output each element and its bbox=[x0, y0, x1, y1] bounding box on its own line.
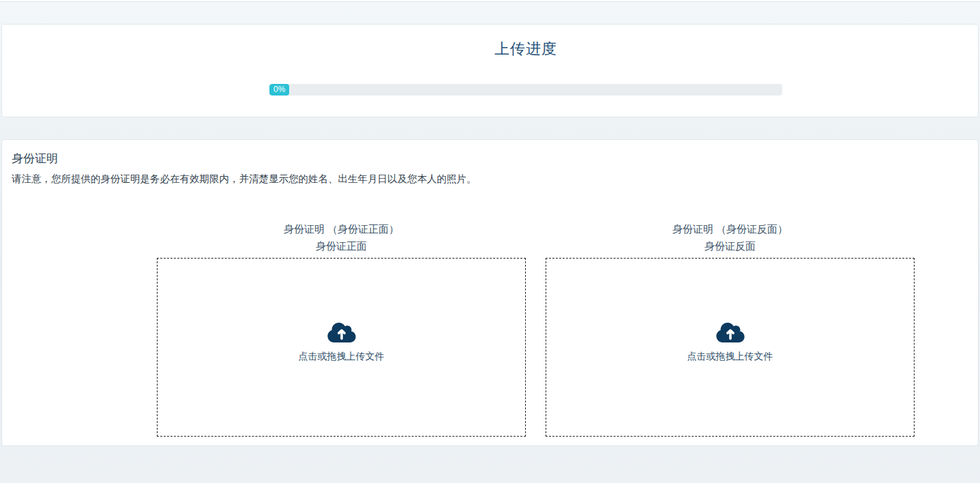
dropzone-hint: 点击或拖拽上传文件 bbox=[687, 351, 773, 363]
dropzone-content: 点击或拖拽上传文件 bbox=[687, 321, 773, 363]
uploader-subtitle: 身份证正面 bbox=[157, 238, 526, 255]
section-heading: 身份证明 bbox=[12, 151, 968, 166]
identity-section-panel: 身份证明 请注意，您所提供的身份证明是务必在有效期限内，并清楚显示您的姓名、出生… bbox=[2, 140, 978, 445]
uploader-title: 身份证明 （身份证反面） bbox=[546, 221, 915, 238]
uploader-id-front: 身份证明 （身份证正面） 身份证正面 点击或拖拽上传文件 bbox=[157, 221, 526, 437]
uploaders-row: 身份证明 （身份证正面） 身份证正面 点击或拖拽上传文件 身份证明 （身份证反面… bbox=[12, 221, 968, 437]
dropzone-id-back[interactable]: 点击或拖拽上传文件 bbox=[546, 258, 915, 437]
section-note: 请注意，您所提供的身份证明是务必在有效期限内，并清楚显示您的姓名、出生年月日以及… bbox=[12, 173, 968, 186]
page-top-edge bbox=[0, 0, 980, 2]
cloud-upload-icon bbox=[327, 321, 356, 344]
dropzone-hint: 点击或拖拽上传文件 bbox=[299, 351, 385, 363]
uploader-id-back: 身份证明 （身份证反面） 身份证反面 点击或拖拽上传文件 bbox=[546, 221, 915, 437]
progress-bar: 0% bbox=[269, 84, 782, 96]
uploader-title: 身份证明 （身份证正面） bbox=[157, 221, 526, 238]
upload-progress-panel: 上传进度 0% bbox=[2, 25, 978, 117]
dropzone-content: 点击或拖拽上传文件 bbox=[299, 321, 385, 363]
cloud-upload-icon bbox=[716, 321, 745, 344]
uploader-subtitle: 身份证反面 bbox=[546, 238, 915, 255]
page-title: 上传进度 bbox=[269, 39, 782, 59]
dropzone-id-front[interactable]: 点击或拖拽上传文件 bbox=[157, 258, 526, 437]
progress-value-badge: 0% bbox=[269, 84, 289, 96]
